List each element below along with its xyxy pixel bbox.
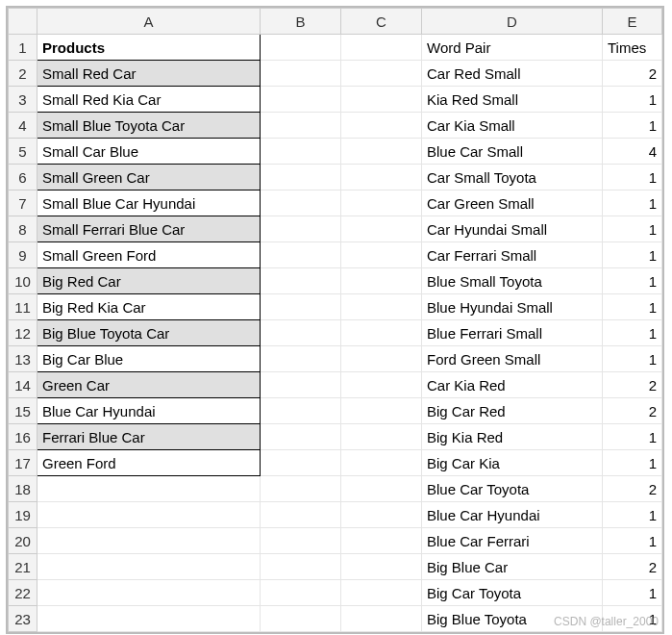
cell-e2[interactable]: 2 (603, 61, 662, 87)
cell-e12[interactable]: 1 (603, 320, 662, 346)
cell-c7[interactable] (341, 190, 422, 216)
cell-c19[interactable] (341, 502, 422, 528)
col-header-e[interactable]: E (603, 9, 662, 35)
row-header-21[interactable]: 21 (9, 554, 37, 580)
row-header-16[interactable]: 16 (9, 424, 37, 450)
cell-e4[interactable]: 1 (603, 113, 662, 139)
cell-c22[interactable] (341, 580, 422, 606)
row-header-20[interactable]: 20 (9, 528, 37, 554)
cell-a10[interactable]: Big Red Car (37, 268, 261, 294)
cell-c17[interactable] (341, 450, 422, 476)
cell-c14[interactable] (341, 372, 422, 398)
cell-e7[interactable]: 1 (603, 190, 662, 216)
cell-b6[interactable] (261, 165, 341, 190)
row-header-10[interactable]: 10 (9, 268, 37, 294)
cell-a17[interactable]: Green Ford (37, 450, 261, 476)
row-header-14[interactable]: 14 (9, 372, 37, 398)
cell-b8[interactable] (261, 216, 341, 242)
cell-d4[interactable]: Car Kia Small (422, 113, 603, 139)
cell-e13[interactable]: 1 (603, 346, 662, 372)
cell-e20[interactable]: 1 (603, 528, 662, 554)
cell-b1[interactable] (261, 35, 341, 61)
cell-d21[interactable]: Big Blue Car (422, 554, 603, 580)
row-header-1[interactable]: 1 (9, 35, 37, 61)
cell-e14[interactable]: 2 (603, 372, 662, 398)
cell-c1[interactable] (341, 35, 422, 61)
cell-d20[interactable]: Blue Car Ferrari (422, 528, 603, 554)
cell-b17[interactable] (261, 450, 341, 476)
cell-c2[interactable] (341, 61, 422, 87)
cell-b3[interactable] (261, 87, 341, 113)
cell-c11[interactable] (341, 294, 422, 320)
cell-d5[interactable]: Blue Car Small (422, 139, 603, 165)
cell-e3[interactable]: 1 (603, 87, 662, 113)
cell-c12[interactable] (341, 320, 422, 346)
cell-d6[interactable]: Car Small Toyota (422, 165, 603, 190)
row-header-12[interactable]: 12 (9, 320, 37, 346)
cell-a14[interactable]: Green Car (37, 372, 261, 398)
cell-a5[interactable]: Small Car Blue (37, 139, 261, 165)
cell-b20[interactable] (261, 528, 341, 554)
cell-e16[interactable]: 1 (603, 424, 662, 450)
cell-a13[interactable]: Big Car Blue (37, 346, 261, 372)
cell-e1[interactable]: Times (603, 35, 662, 61)
cell-b19[interactable] (261, 502, 341, 528)
row-header-6[interactable]: 6 (9, 165, 37, 190)
cell-c9[interactable] (341, 242, 422, 268)
cell-d19[interactable]: Blue Car Hyundai (422, 502, 603, 528)
cell-d1[interactable]: Word Pair (422, 35, 603, 61)
spreadsheet[interactable]: A B C D E 1ProductsWord PairTimes2Small … (6, 6, 664, 634)
cell-d13[interactable]: Ford Green Small (422, 346, 603, 372)
cell-b2[interactable] (261, 61, 341, 87)
cell-e23[interactable]: 1 (603, 606, 662, 632)
cell-b15[interactable] (261, 398, 341, 424)
row-header-5[interactable]: 5 (9, 139, 37, 165)
cell-a15[interactable]: Blue Car Hyundai (37, 398, 261, 424)
row-header-19[interactable]: 19 (9, 502, 37, 528)
cell-e17[interactable]: 1 (603, 450, 662, 476)
cell-d14[interactable]: Car Kia Red (422, 372, 603, 398)
cell-a12[interactable]: Big Blue Toyota Car (37, 320, 261, 346)
col-header-d[interactable]: D (422, 9, 603, 35)
cell-e18[interactable]: 2 (603, 476, 662, 502)
cell-c10[interactable] (341, 268, 422, 294)
col-header-a[interactable]: A (37, 9, 261, 35)
row-header-17[interactable]: 17 (9, 450, 37, 476)
cell-b11[interactable] (261, 294, 341, 320)
cell-c18[interactable] (341, 476, 422, 502)
cell-a16[interactable]: Ferrari Blue Car (37, 424, 261, 450)
cell-b23[interactable] (261, 606, 341, 632)
cell-b13[interactable] (261, 346, 341, 372)
cell-e11[interactable]: 1 (603, 294, 662, 320)
cell-d10[interactable]: Blue Small Toyota (422, 268, 603, 294)
cell-e8[interactable]: 1 (603, 216, 662, 242)
row-header-15[interactable]: 15 (9, 398, 37, 424)
row-header-11[interactable]: 11 (9, 294, 37, 320)
row-header-4[interactable]: 4 (9, 113, 37, 139)
cell-d7[interactable]: Car Green Small (422, 190, 603, 216)
cell-a4[interactable]: Small Blue Toyota Car (37, 113, 261, 139)
cell-b18[interactable] (261, 476, 341, 502)
cell-b4[interactable] (261, 113, 341, 139)
cell-b21[interactable] (261, 554, 341, 580)
row-header-7[interactable]: 7 (9, 190, 37, 216)
cell-d11[interactable]: Blue Hyundai Small (422, 294, 603, 320)
cell-b10[interactable] (261, 268, 341, 294)
cell-a6[interactable]: Small Green Car (37, 165, 261, 190)
cell-e22[interactable]: 1 (603, 580, 662, 606)
col-header-c[interactable]: C (341, 9, 422, 35)
cell-a8[interactable]: Small Ferrari Blue Car (37, 216, 261, 242)
cell-c5[interactable] (341, 139, 422, 165)
row-header-13[interactable]: 13 (9, 346, 37, 372)
cell-d17[interactable]: Big Car Kia (422, 450, 603, 476)
cell-b22[interactable] (261, 580, 341, 606)
row-header-22[interactable]: 22 (9, 580, 37, 606)
cell-a2[interactable]: Small Red Car (37, 61, 261, 87)
cell-e6[interactable]: 1 (603, 165, 662, 190)
cell-c4[interactable] (341, 113, 422, 139)
cell-b7[interactable] (261, 190, 341, 216)
row-header-18[interactable]: 18 (9, 476, 37, 502)
cell-d18[interactable]: Blue Car Toyota (422, 476, 603, 502)
cell-a23[interactable] (37, 606, 261, 632)
cell-e5[interactable]: 4 (603, 139, 662, 165)
